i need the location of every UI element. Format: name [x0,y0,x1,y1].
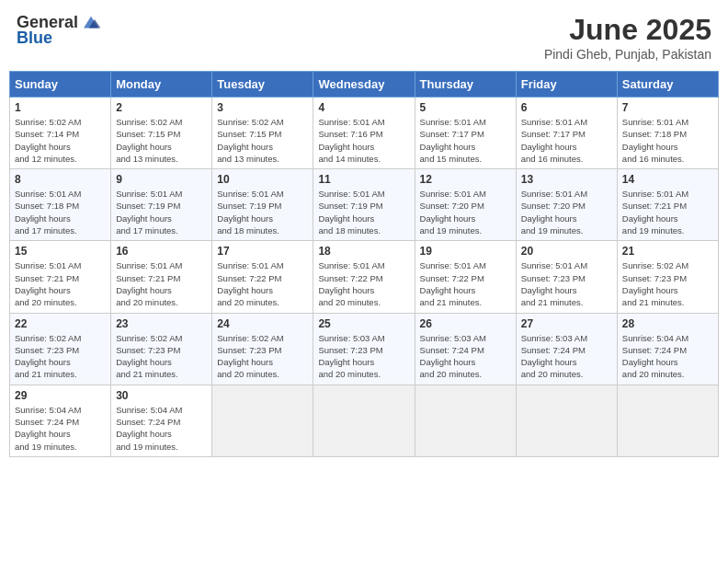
day-number: 20 [521,245,612,258]
day-cell-21: 21 Sunrise: 5:02 AM Sunset: 7:23 PM Dayl… [617,241,718,313]
day-info: Sunrise: 5:01 AM Sunset: 7:21 PM Dayligh… [622,188,713,236]
day-cell-29: 29 Sunrise: 5:04 AM Sunset: 7:24 PM Dayl… [10,385,111,456]
week-row-1: 1 Sunrise: 5:02 AM Sunset: 7:14 PM Dayli… [10,98,719,169]
day-cell-26: 26 Sunrise: 5:03 AM Sunset: 7:24 PM Dayl… [415,313,516,385]
day-number: 4 [318,101,409,114]
day-cell-4: 4 Sunrise: 5:01 AM Sunset: 7:16 PM Dayli… [313,98,415,169]
day-number: 27 [521,317,612,330]
week-row-3: 15 Sunrise: 5:01 AM Sunset: 7:21 PM Dayl… [10,241,719,313]
month-title: June 2025 [544,13,711,47]
day-number: 25 [318,317,409,330]
day-info: Sunrise: 5:01 AM Sunset: 7:19 PM Dayligh… [116,188,207,236]
title-area: June 2025 Pindi Gheb, Punjab, Pakistan [544,13,711,62]
day-info: Sunrise: 5:03 AM Sunset: 7:24 PM Dayligh… [521,332,612,381]
day-cell-5: 5 Sunrise: 5:01 AM Sunset: 7:17 PM Dayli… [415,98,516,169]
day-cell-28: 28 Sunrise: 5:04 AM Sunset: 7:24 PM Dayl… [617,313,718,385]
day-number: 2 [116,101,207,114]
day-cell-18: 18 Sunrise: 5:01 AM Sunset: 7:22 PM Dayl… [313,241,415,313]
logo-icon [80,14,102,32]
day-info: Sunrise: 5:01 AM Sunset: 7:21 PM Dayligh… [15,259,106,308]
day-info: Sunrise: 5:03 AM Sunset: 7:24 PM Dayligh… [420,332,511,381]
day-info: Sunrise: 5:01 AM Sunset: 7:20 PM Dayligh… [420,188,511,236]
day-info: Sunrise: 5:01 AM Sunset: 7:21 PM Dayligh… [116,259,207,308]
location: Pindi Gheb, Punjab, Pakistan [544,47,711,62]
day-cell-1: 1 Sunrise: 5:02 AM Sunset: 7:14 PM Dayli… [10,98,111,169]
header-wednesday: Wednesday [313,72,415,98]
day-info: Sunrise: 5:02 AM Sunset: 7:15 PM Dayligh… [116,116,207,165]
day-number: 28 [622,317,713,330]
day-info: Sunrise: 5:02 AM Sunset: 7:15 PM Dayligh… [217,116,308,165]
empty-cell [617,385,718,456]
week-row-4: 22 Sunrise: 5:02 AM Sunset: 7:23 PM Dayl… [10,313,719,385]
day-info: Sunrise: 5:01 AM Sunset: 7:22 PM Dayligh… [318,259,409,308]
day-number: 22 [15,317,106,330]
day-cell-6: 6 Sunrise: 5:01 AM Sunset: 7:17 PM Dayli… [516,98,617,169]
day-number: 12 [420,173,511,186]
week-row-2: 8 Sunrise: 5:01 AM Sunset: 7:18 PM Dayli… [10,169,719,241]
day-cell-13: 13 Sunrise: 5:01 AM Sunset: 7:20 PM Dayl… [516,169,617,241]
day-cell-12: 12 Sunrise: 5:01 AM Sunset: 7:20 PM Dayl… [415,169,516,241]
day-cell-22: 22 Sunrise: 5:02 AM Sunset: 7:23 PM Dayl… [10,313,111,385]
day-cell-14: 14 Sunrise: 5:01 AM Sunset: 7:21 PM Dayl… [617,169,718,241]
day-info: Sunrise: 5:01 AM Sunset: 7:18 PM Dayligh… [622,116,713,165]
day-info: Sunrise: 5:01 AM Sunset: 7:22 PM Dayligh… [420,259,511,308]
day-number: 26 [420,317,511,330]
header-saturday: Saturday [617,72,718,98]
empty-cell [415,385,516,456]
day-number: 5 [420,101,511,114]
day-number: 24 [217,317,308,330]
day-info: Sunrise: 5:04 AM Sunset: 7:24 PM Dayligh… [622,332,713,381]
day-number: 13 [521,173,612,186]
day-cell-15: 15 Sunrise: 5:01 AM Sunset: 7:21 PM Dayl… [10,241,111,313]
header-monday: Monday [111,72,212,98]
day-cell-10: 10 Sunrise: 5:01 AM Sunset: 7:19 PM Dayl… [212,169,313,241]
day-info: Sunrise: 5:03 AM Sunset: 7:23 PM Dayligh… [318,332,409,381]
day-number: 9 [116,173,207,186]
empty-cell [516,385,617,456]
day-number: 23 [116,317,207,330]
logo-blue: Blue [17,29,52,48]
page-header: General Blue June 2025 Pindi Gheb, Punja… [9,9,719,65]
empty-cell [212,385,313,456]
day-info: Sunrise: 5:01 AM Sunset: 7:16 PM Dayligh… [318,116,409,165]
day-number: 30 [116,389,207,402]
day-info: Sunrise: 5:01 AM Sunset: 7:20 PM Dayligh… [521,188,612,236]
day-number: 15 [15,245,106,258]
day-number: 6 [521,101,612,114]
calendar: Sunday Monday Tuesday Wednesday Thursday… [9,71,719,457]
day-cell-19: 19 Sunrise: 5:01 AM Sunset: 7:22 PM Dayl… [415,241,516,313]
day-number: 29 [15,389,106,402]
day-info: Sunrise: 5:02 AM Sunset: 7:23 PM Dayligh… [217,332,308,381]
day-info: Sunrise: 5:01 AM Sunset: 7:18 PM Dayligh… [15,188,106,236]
day-number: 7 [622,101,713,114]
day-cell-2: 2 Sunrise: 5:02 AM Sunset: 7:15 PM Dayli… [111,98,212,169]
day-info: Sunrise: 5:01 AM Sunset: 7:19 PM Dayligh… [318,188,409,236]
day-cell-7: 7 Sunrise: 5:01 AM Sunset: 7:18 PM Dayli… [617,98,718,169]
day-info: Sunrise: 5:04 AM Sunset: 7:24 PM Dayligh… [15,404,106,453]
day-cell-3: 3 Sunrise: 5:02 AM Sunset: 7:15 PM Dayli… [212,98,313,169]
day-number: 1 [15,101,106,114]
day-info: Sunrise: 5:02 AM Sunset: 7:14 PM Dayligh… [15,116,106,165]
day-cell-25: 25 Sunrise: 5:03 AM Sunset: 7:23 PM Dayl… [313,313,415,385]
day-number: 3 [217,101,308,114]
day-number: 10 [217,173,308,186]
day-cell-24: 24 Sunrise: 5:02 AM Sunset: 7:23 PM Dayl… [212,313,313,385]
day-cell-8: 8 Sunrise: 5:01 AM Sunset: 7:18 PM Dayli… [10,169,111,241]
day-info: Sunrise: 5:01 AM Sunset: 7:17 PM Dayligh… [420,116,511,165]
day-info: Sunrise: 5:01 AM Sunset: 7:17 PM Dayligh… [521,116,612,165]
day-number: 8 [15,173,106,186]
header-friday: Friday [516,72,617,98]
header-thursday: Thursday [415,72,516,98]
week-row-5: 29 Sunrise: 5:04 AM Sunset: 7:24 PM Dayl… [10,385,719,456]
day-cell-20: 20 Sunrise: 5:01 AM Sunset: 7:23 PM Dayl… [516,241,617,313]
day-number: 14 [622,173,713,186]
day-info: Sunrise: 5:04 AM Sunset: 7:24 PM Dayligh… [116,404,207,453]
day-cell-30: 30 Sunrise: 5:04 AM Sunset: 7:24 PM Dayl… [111,385,212,456]
logo: General Blue [17,13,102,48]
day-cell-16: 16 Sunrise: 5:01 AM Sunset: 7:21 PM Dayl… [111,241,212,313]
day-cell-23: 23 Sunrise: 5:02 AM Sunset: 7:23 PM Dayl… [111,313,212,385]
day-info: Sunrise: 5:01 AM Sunset: 7:19 PM Dayligh… [217,188,308,236]
day-cell-11: 11 Sunrise: 5:01 AM Sunset: 7:19 PM Dayl… [313,169,415,241]
day-info: Sunrise: 5:01 AM Sunset: 7:22 PM Dayligh… [217,259,308,308]
day-number: 19 [420,245,511,258]
